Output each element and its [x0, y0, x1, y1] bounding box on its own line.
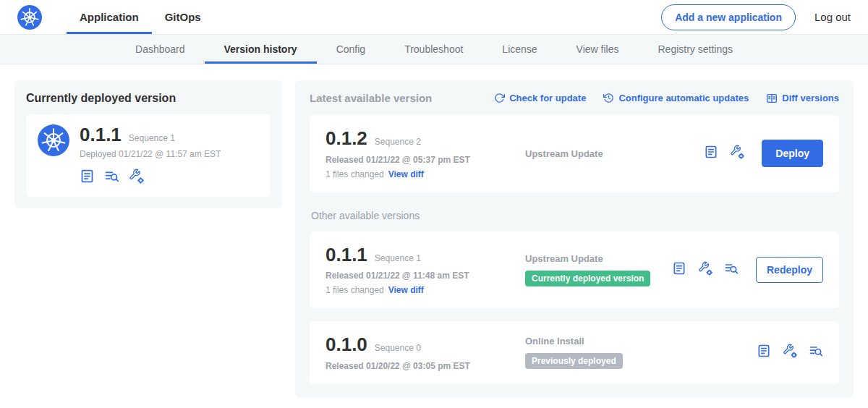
release-notes-icon[interactable] [757, 344, 771, 361]
source-label: Upstream Update [525, 253, 672, 264]
files-changed-line: 1 files changedView diff [326, 169, 519, 179]
refresh-icon [494, 93, 505, 103]
source-label: Upstream Update [525, 148, 704, 159]
diff-icon[interactable] [809, 344, 823, 361]
diff-versions-label: Diff versions [782, 93, 839, 103]
deploy-button[interactable]: Deploy [762, 140, 823, 167]
version-card-actions [757, 344, 823, 361]
latest-available-title: Latest available version [310, 92, 432, 104]
released-timestamp: Released 01/21/22 @ 11:48 am EST [326, 271, 519, 281]
view-diff-link[interactable]: View diff [388, 169, 424, 179]
schedule-update-icon [603, 93, 614, 103]
deployed-card-actions [80, 169, 221, 187]
source-label: Online Install [525, 336, 757, 347]
deployed-sequence-label: Sequence 1 [129, 133, 175, 143]
check-for-update-label: Check for update [509, 93, 586, 103]
config-icon[interactable] [129, 169, 144, 187]
previously-deployed-badge: Previously deployed [525, 353, 623, 369]
nav-tab-application[interactable]: Application [67, 0, 152, 34]
sequence-label: Sequence 1 [375, 253, 421, 263]
subnav-item-troubleshoot[interactable]: Troubleshoot [385, 35, 482, 64]
check-for-update-link[interactable]: Check for update [494, 93, 586, 104]
app-icon [38, 124, 69, 187]
logout-link[interactable]: Log out [814, 11, 851, 23]
config-icon[interactable] [730, 145, 744, 162]
app-subnav: Dashboard Version history Config Trouble… [0, 35, 868, 64]
subnav-item-version-history[interactable]: Version history [205, 35, 317, 64]
main-tabs: Application GitOps [67, 0, 214, 34]
history-header-links: Check for update Configure automatic upd… [494, 93, 839, 104]
diff-icon[interactable] [104, 169, 119, 187]
version-card-latest: 0.1.2 Sequence 2 Released 01/21/22 @ 05:… [310, 115, 839, 192]
diff-versions-link[interactable]: Diff versions [766, 93, 839, 104]
configure-updates-label: Configure automatic updates [618, 93, 749, 103]
release-notes-icon[interactable] [704, 145, 718, 162]
version-card-info: 0.1.1 Sequence 1 Released 01/21/22 @ 11:… [326, 245, 519, 296]
version-card-source: Online Install Previously deployed [519, 336, 757, 369]
version-card-info: 0.1.0 Sequence 0 Released 01/20/22 @ 03:… [326, 334, 519, 371]
kubernetes-logo-icon [17, 5, 42, 30]
deployed-version-info: 0.1.1 Sequence 1 Deployed 01/21/22 @ 11:… [80, 124, 221, 187]
files-changed-line: 1 files changedView diff [326, 285, 519, 295]
redeploy-button[interactable]: Redeploy [756, 257, 823, 283]
files-changed-count: 1 files changed [326, 285, 384, 295]
deployed-version-number: 0.1.1 [80, 124, 122, 145]
version-number: 0.1.2 [326, 128, 367, 149]
deployed-version-card: 0.1.1 Sequence 1 Deployed 01/21/22 @ 11:… [26, 114, 271, 197]
version-card-source: Upstream Update [519, 148, 704, 159]
add-application-button[interactable]: Add a new application [661, 4, 796, 30]
version-card-actions: Redeploy [672, 257, 823, 283]
currently-deployed-panel: Currently deployed version [14, 80, 282, 208]
subnav-item-view-files[interactable]: View files [557, 35, 639, 64]
version-history-panel: Latest available version Check for updat… [295, 80, 854, 397]
view-diff-link[interactable]: View diff [388, 285, 424, 295]
subnav-item-dashboard[interactable]: Dashboard [116, 35, 205, 64]
version-number: 0.1.0 [326, 334, 367, 355]
released-timestamp: Released 01/21/22 @ 05:37 pm EST [326, 155, 519, 165]
version-card-info: 0.1.2 Sequence 2 Released 01/21/22 @ 05:… [326, 128, 519, 179]
currently-deployed-badge: Currently deployed version [525, 271, 650, 286]
topnav-right: Add a new application Log out [661, 0, 851, 34]
version-card: 0.1.1 Sequence 1 Released 01/21/22 @ 11:… [310, 231, 839, 309]
config-icon[interactable] [698, 261, 712, 279]
history-header: Latest available version Check for updat… [310, 92, 839, 104]
other-versions-title: Other available versions [311, 210, 839, 221]
config-icon[interactable] [783, 344, 797, 361]
deployed-panel-title: Currently deployed version [26, 92, 271, 105]
subnav-item-registry-settings[interactable]: Registry settings [639, 35, 752, 64]
version-card-source: Upstream Update Currently deployed versi… [519, 253, 672, 286]
subnav-item-license[interactable]: License [482, 35, 556, 64]
deployed-timestamp: Deployed 01/21/22 @ 11:57 am EST [80, 149, 221, 159]
main-content: Currently deployed version [0, 64, 868, 408]
diff-icon[interactable] [724, 261, 739, 279]
version-card-actions: Deploy [704, 140, 823, 167]
nav-tab-gitops[interactable]: GitOps [152, 0, 214, 34]
top-nav: Application GitOps Add a new application… [0, 0, 868, 35]
released-timestamp: Released 01/20/22 @ 03:05 pm EST [326, 361, 519, 371]
sequence-label: Sequence 2 [375, 137, 421, 147]
columns-diff-icon [766, 93, 778, 104]
sequence-label: Sequence 0 [375, 343, 421, 353]
version-card: 0.1.0 Sequence 0 Released 01/20/22 @ 03:… [310, 321, 839, 384]
release-notes-icon[interactable] [672, 261, 686, 279]
release-notes-icon[interactable] [80, 169, 95, 187]
brand [17, 0, 42, 34]
configure-updates-link[interactable]: Configure automatic updates [603, 93, 749, 104]
files-changed-count: 1 files changed [326, 169, 384, 179]
subnav-item-config[interactable]: Config [317, 35, 385, 64]
version-number: 0.1.1 [326, 245, 367, 265]
